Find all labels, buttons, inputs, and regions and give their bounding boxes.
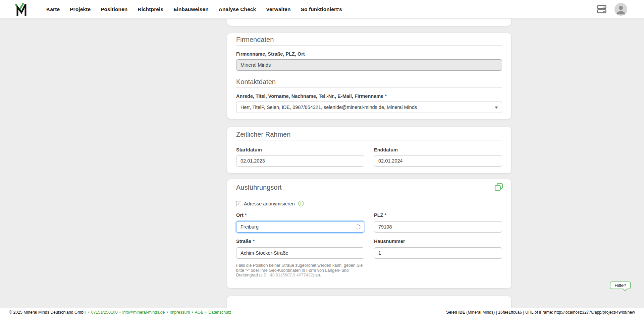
- anonymize-row: ✓ Adresse anonymisieren i: [236, 201, 502, 206]
- ausfuehrungsort-card: Ausführungsort ✓ Adresse anonymisieren i…: [227, 179, 511, 288]
- ort-input[interactable]: [236, 221, 364, 233]
- user-avatar-icon[interactable]: [614, 3, 627, 16]
- footer-separator: •: [192, 310, 193, 315]
- startdatum-label: Startdatum: [236, 147, 364, 152]
- info-icon[interactable]: i: [298, 201, 304, 206]
- divider: [236, 87, 502, 88]
- hausnummer-input[interactable]: [374, 247, 502, 259]
- divider: [236, 194, 502, 194]
- chevron-down-icon: [495, 107, 498, 109]
- mineral-minds-logo[interactable]: [15, 2, 28, 16]
- required-asterisk: *: [245, 212, 247, 218]
- strasse-hint-text: Falls die Position keiner Straße zugeord…: [236, 263, 367, 278]
- footer-left: © 2025 Mineral Minds Deutschland GmbH • …: [9, 310, 231, 315]
- footer-email-link[interactable]: info@mineral-minds.de: [122, 310, 165, 315]
- kontakt-select-value: Herr, TitelP, Selen, IDE, 0987/654321, s…: [240, 105, 417, 110]
- hausnummer-label: Hausnummer: [374, 239, 502, 244]
- required-asterisk: *: [385, 93, 387, 99]
- zeitlicher-rahmen-card: Zeitlicher Rahmen Startdatum Enddatum: [227, 127, 511, 173]
- required-asterisk: *: [384, 212, 386, 218]
- nav-item-karte[interactable]: Karte: [46, 6, 60, 12]
- hint-example: (z.B.: 48.8115607,9.4077422): [259, 273, 314, 277]
- copy-icon[interactable]: [494, 183, 503, 191]
- enddatum-label: Enddatum: [374, 147, 502, 152]
- firmenname-input: [236, 59, 502, 71]
- help-button[interactable]: Hilfe?: [610, 281, 631, 289]
- nav-item-projekte[interactable]: Projekte: [70, 6, 91, 12]
- firmenname-label: Firmenname, Straße, PLZ, Ort: [236, 52, 502, 57]
- footer-separator: •: [88, 310, 90, 315]
- firmendaten-card: Firmendaten Firmenname, Straße, PLZ, Ort…: [227, 33, 511, 119]
- zeitlicher-rahmen-title: Zeitlicher Rahmen: [236, 131, 502, 138]
- footer-separator: •: [205, 310, 207, 315]
- nav-item-so-funktionierts[interactable]: So funktioniert's: [301, 6, 342, 12]
- strasse-label: Straße *: [236, 239, 364, 244]
- nav-item-analyse-check[interactable]: Analyse Check: [219, 6, 256, 12]
- loading-spinner-icon: [355, 224, 361, 230]
- footer-agb-link[interactable]: AGB: [195, 310, 204, 315]
- footer-phone-link[interactable]: 07151/250100: [91, 310, 118, 315]
- strasse-label-text: Straße: [236, 239, 251, 244]
- kontakt-label-text: Anrede, Titel, Vorname, Nachname, Tel.-N…: [236, 93, 383, 99]
- footer: © 2025 Mineral Minds Deutschland GmbH • …: [0, 308, 644, 316]
- main-navigation: Karte Projekte Positionen Richtpreis Ein…: [46, 6, 342, 12]
- status-details: (Mineral Minds) | 16fae1ffc6a6 | URL of …: [465, 310, 635, 315]
- nav-item-richtpreis[interactable]: Richtpreis: [138, 6, 163, 12]
- nav-item-positionen[interactable]: Positionen: [101, 6, 127, 12]
- footer-impressum-link[interactable]: Impressum: [170, 310, 190, 315]
- ort-label-text: Ort: [236, 212, 244, 218]
- nav-item-einbauweisen[interactable]: Einbauweisen: [173, 6, 209, 12]
- firmendaten-title: Firmendaten: [236, 36, 502, 43]
- enddatum-input[interactable]: [374, 155, 502, 167]
- plz-label-text: PLZ: [374, 212, 383, 218]
- anonymize-label: Adresse anonymisieren: [244, 201, 295, 206]
- hint-suffix: an.: [314, 273, 321, 277]
- ausfuehrungsort-title: Ausführungsort: [236, 184, 502, 191]
- startdatum-input[interactable]: [236, 155, 364, 167]
- required-asterisk: *: [253, 239, 255, 244]
- footer-separator: •: [166, 310, 168, 315]
- copyright-text: © 2025 Mineral Minds Deutschland GmbH: [9, 310, 87, 315]
- strasse-input[interactable]: [236, 247, 364, 259]
- ort-label: Ort *: [236, 213, 364, 218]
- partial-card-below: [227, 296, 511, 308]
- status-app-name: Selen IDE: [446, 310, 465, 315]
- kontaktdaten-title: Kontaktdaten: [236, 78, 502, 85]
- divider: [236, 45, 502, 46]
- footer-status-text: Selen IDE (Mineral Minds) | 16fae1ffc6a6…: [446, 310, 635, 315]
- nav-item-verwalten[interactable]: Verwalten: [266, 6, 290, 12]
- plz-input[interactable]: [374, 221, 502, 233]
- server-rack-icon[interactable]: [597, 5, 606, 13]
- footer-separator: •: [119, 310, 120, 315]
- anonymize-checkbox[interactable]: ✓: [236, 201, 241, 206]
- kontakt-select[interactable]: Herr, TitelP, Selen, IDE, 0987/654321, s…: [236, 102, 502, 113]
- footer-datenschutz-link[interactable]: Datenschutz: [208, 310, 231, 315]
- partial-card-above: [227, 19, 511, 26]
- navbar-right: [597, 3, 627, 16]
- top-navbar: Karte Projekte Positionen Richtpreis Ein…: [0, 0, 644, 19]
- kontakt-label: Anrede, Titel, Vorname, Nachname, Tel.-N…: [236, 94, 502, 99]
- plz-label: PLZ *: [374, 213, 502, 218]
